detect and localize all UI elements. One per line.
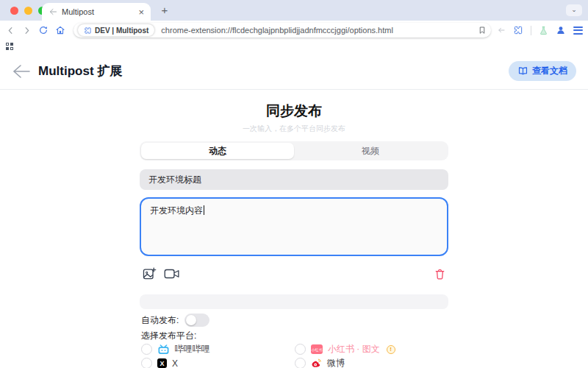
- content-text: 开发环境内容: [150, 205, 203, 216]
- address-bar[interactable]: DEV | Multipost chrome-extension://flcde…: [74, 23, 491, 38]
- add-video-icon[interactable]: [164, 267, 180, 280]
- browser-window: Multipost × + ⌄ DEV | Multipost: [0, 0, 588, 368]
- menu-hamburger-icon[interactable]: [573, 26, 583, 35]
- platform-item-xiaohongshu[interactable]: 小红书 小红书 · 图文 !: [295, 344, 448, 355]
- tab-title: Multipost: [62, 7, 134, 16]
- apps-grid-icon[interactable]: [6, 43, 13, 50]
- platform-label: X: [172, 358, 178, 368]
- book-icon: [517, 66, 528, 77]
- bookmarks-bar: [0, 40, 588, 53]
- bookmark-icon[interactable]: [478, 26, 487, 35]
- tab-close-icon[interactable]: ×: [138, 7, 144, 17]
- collapsed-section-bar: [140, 294, 448, 309]
- auto-publish-toggle[interactable]: [184, 314, 209, 327]
- auto-publish-label: 自动发布:: [141, 314, 179, 327]
- content-type-tabs: 动态 视频: [140, 141, 448, 160]
- text-caret: [204, 205, 204, 215]
- extensions-puzzle-icon[interactable]: [513, 25, 523, 35]
- new-tab-button[interactable]: +: [158, 4, 171, 17]
- profile-avatar-icon[interactable]: [556, 25, 566, 35]
- media-toolbar: [140, 265, 448, 283]
- view-docs-label: 查看文档: [532, 65, 567, 77]
- content-textarea[interactable]: 开发环境内容: [140, 197, 448, 256]
- send-to-device-icon[interactable]: [497, 26, 506, 35]
- extension-name-chip[interactable]: DEV | Multipost: [78, 24, 154, 36]
- bilibili-icon: [157, 344, 170, 355]
- title-input[interactable]: [140, 169, 448, 190]
- platform-grid: 哔哩哔哩 小红书 小红书 · 图文 ! X X: [140, 344, 448, 368]
- delete-trash-icon[interactable]: [434, 268, 446, 280]
- browser-tab[interactable]: Multipost ×: [42, 3, 151, 21]
- flask-extension-icon[interactable]: [539, 26, 548, 35]
- x-checkbox[interactable]: [141, 358, 152, 368]
- platform-item-weibo[interactable]: 微博: [295, 358, 448, 368]
- toolbar-divider: [531, 26, 531, 35]
- weibo-checkbox[interactable]: [295, 358, 306, 368]
- reload-icon[interactable]: [38, 25, 49, 35]
- tab-search-button[interactable]: ⌄: [566, 4, 582, 16]
- window-controls: [10, 7, 46, 15]
- toggle-knob: [186, 315, 196, 325]
- extension-chip-label: DEV | Multipost: [95, 26, 148, 35]
- tab-video[interactable]: 视频: [294, 143, 447, 159]
- home-icon[interactable]: [55, 25, 65, 35]
- tab-strip: Multipost × + ⌄: [0, 0, 588, 21]
- page-header: Multipost 扩展 查看文档: [0, 53, 588, 90]
- publish-form: 同步发布 一次输入，在多个平台同步发布 动态 视频 开发环境内容: [140, 102, 448, 368]
- platform-item-bilibili[interactable]: 哔哩哔哩: [141, 344, 295, 355]
- auto-publish-row: 自动发布:: [140, 314, 448, 327]
- sync-publish-title: 同步发布: [140, 102, 448, 121]
- bilibili-checkbox[interactable]: [141, 344, 152, 355]
- xiaohongshu-icon: 小红书: [311, 344, 323, 354]
- platform-label: 哔哩哔哩: [175, 343, 210, 355]
- platform-label: 小红书 · 图文: [328, 343, 380, 355]
- weibo-icon: [311, 358, 322, 368]
- forward-icon[interactable]: [22, 26, 32, 35]
- tab-dynamic[interactable]: 动态: [141, 143, 294, 159]
- multipost-favicon-icon: [49, 7, 57, 16]
- url-text: chrome-extension://flcdechglajpnbplidjja…: [161, 26, 478, 35]
- view-docs-button[interactable]: 查看文档: [509, 61, 576, 81]
- x-icon: X: [157, 358, 167, 368]
- back-arrow-icon[interactable]: [12, 63, 31, 79]
- page-title: Multipost 扩展: [38, 63, 122, 79]
- platform-label: 微博: [327, 357, 345, 368]
- warning-icon: !: [387, 345, 395, 354]
- close-window-button[interactable]: [10, 7, 18, 15]
- browser-toolbar: DEV | Multipost chrome-extension://flcde…: [0, 21, 588, 40]
- minimize-window-button[interactable]: [24, 7, 32, 15]
- add-image-icon[interactable]: [142, 266, 157, 281]
- back-icon[interactable]: [6, 26, 15, 35]
- xiaohongshu-checkbox[interactable]: [295, 344, 306, 355]
- select-platforms-label: 选择发布平台:: [140, 330, 448, 342]
- platform-item-x[interactable]: X X: [141, 358, 295, 368]
- sync-publish-subtitle: 一次输入，在多个平台同步发布: [140, 124, 448, 134]
- extension-options-page: Multipost 扩展 查看文档 同步发布 一次输入，在多个平台同步发布 动态…: [0, 53, 588, 368]
